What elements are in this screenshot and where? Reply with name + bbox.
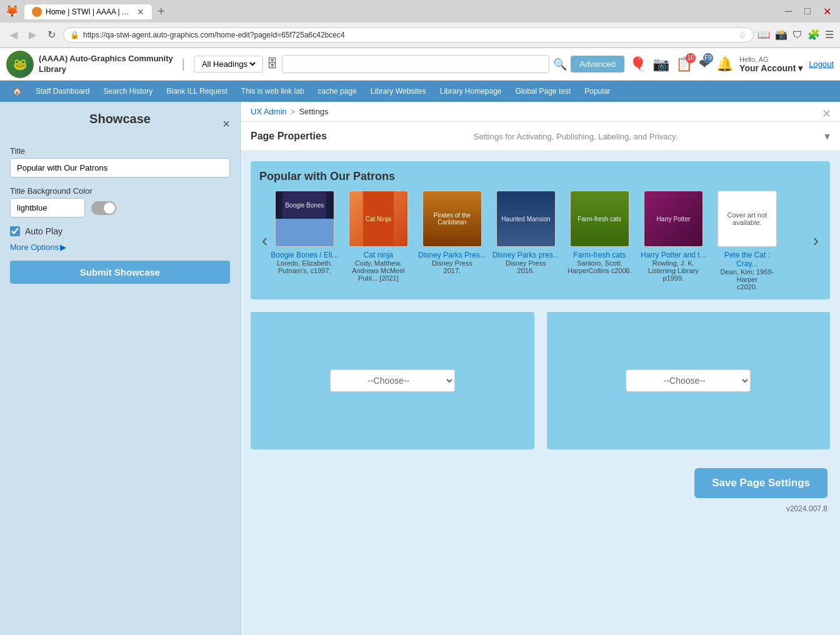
book-cover-1: Boogie Bones xyxy=(275,191,334,247)
color-input[interactable] xyxy=(10,198,85,218)
lock-icon: 🔒 xyxy=(70,31,79,39)
heading-select-wrap[interactable]: All Headings xyxy=(194,56,263,72)
book-item: Pirates of the Caribbean Disney Parks Pr… xyxy=(418,191,486,291)
maximize-button[interactable]: □ xyxy=(801,4,814,18)
page-props-subtitle: Settings for Activating, Publishing, Lab… xyxy=(474,132,678,141)
minimize-button[interactable]: ─ xyxy=(781,4,796,18)
book-author-5: Santoro, Scott. xyxy=(577,259,622,267)
forward-button[interactable]: ▶ xyxy=(25,28,40,42)
close-window-button[interactable]: ✕ xyxy=(819,4,835,19)
browser-chrome: 🦊 Home | STWI | AAAA | Auto-Gr... ✕ + ─ … xyxy=(0,0,840,48)
nav-library-websites[interactable]: Library Websites xyxy=(364,83,432,99)
color-toggle[interactable] xyxy=(91,201,116,215)
bell-icon[interactable]: 🔔 xyxy=(716,56,733,72)
shield-button[interactable]: 🛡 xyxy=(792,29,802,41)
page-properties-bar: Page Properties Settings for Activating,… xyxy=(241,122,840,151)
tab-close-button[interactable]: ✕ xyxy=(137,7,144,17)
book-author-2: Cody, Matthew. xyxy=(355,259,402,267)
page-props-title: Page Properties xyxy=(251,131,327,142)
nav-search-history[interactable]: Search History xyxy=(98,83,159,99)
nav-blank-ill[interactable]: Blank ILL Request xyxy=(160,83,234,99)
camera-icon[interactable]: 📷 xyxy=(652,56,669,72)
title-label: Title xyxy=(10,146,230,156)
app-title-line1: (AAAA) Auto-Graphics Community xyxy=(39,54,173,64)
carousel-next-button[interactable]: › xyxy=(811,231,821,251)
book-title-5[interactable]: Farm-fresh cats xyxy=(573,251,626,259)
logo-image: 🐸 xyxy=(8,52,32,77)
main-search-input[interactable] xyxy=(282,55,549,73)
book-title-4[interactable]: Disney Parks pres... xyxy=(492,251,559,259)
submit-showcase-button[interactable]: Submit Showcase xyxy=(10,261,230,284)
book-pub-4: 2016. xyxy=(518,267,535,274)
showcase-header: Popular with Our Patrons xyxy=(259,170,821,183)
balloon-icon[interactable]: 🎈 xyxy=(629,56,646,72)
choose-select-2[interactable]: --Choose-- xyxy=(626,369,751,392)
nav-cache-page[interactable]: cache page xyxy=(312,83,363,99)
book-title-3[interactable]: Disney Parks Pres... xyxy=(418,251,486,259)
notification-badge: 16 xyxy=(686,53,696,63)
logout-button[interactable]: Logout xyxy=(809,59,834,69)
book-cover-4: Haunted Mansion xyxy=(496,191,556,247)
book-cover-3: Pirates of the Caribbean xyxy=(422,191,482,247)
save-page-settings-button[interactable]: Save Page Settings xyxy=(694,468,828,498)
book-cover-2: Cat Ninja xyxy=(349,191,408,247)
back-button[interactable]: ◀ xyxy=(6,28,21,42)
content-close-button[interactable]: ✕ xyxy=(822,107,831,121)
book-author-7: Dean, Kim; 1969- Harper xyxy=(712,268,781,283)
book-title-6[interactable]: Harry Potter and t... xyxy=(641,251,706,259)
color-toggle-knob xyxy=(104,202,115,214)
book-title-1[interactable]: Boogie Bones / Eli... xyxy=(271,251,338,259)
page-props-expand-button[interactable]: ▾ xyxy=(824,129,830,143)
nav-web-link-lab[interactable]: This is web link lab xyxy=(235,83,311,99)
book-pub-7: c2020. xyxy=(737,283,758,291)
more-options-link[interactable]: More Options ▶ xyxy=(10,242,230,252)
home-icon: 🏠 xyxy=(12,87,22,96)
book-cover-6: Harry Potter xyxy=(644,191,703,247)
nav-library-homepage[interactable]: Library Homepage xyxy=(434,83,508,99)
book-title-7[interactable]: Pete the Cat : Cray... xyxy=(712,251,781,268)
bookmark-icon[interactable]: ☆ xyxy=(739,30,747,40)
extensions-button[interactable]: 🧩 xyxy=(808,29,820,41)
book-item: Farm-fresh cats Farm-fresh cats Santoro,… xyxy=(565,191,634,291)
reload-button[interactable]: ↻ xyxy=(44,28,59,42)
account-name[interactable]: Your Account ▾ xyxy=(739,63,802,73)
content-area: UX Admin > Settings ✕ Page Properties Se… xyxy=(241,102,840,635)
nav-global-page-test[interactable]: Global Page test xyxy=(509,83,578,99)
address-bar[interactable] xyxy=(83,31,735,39)
nav-popular[interactable]: Popular xyxy=(578,83,616,99)
book-cover-5: Farm-fresh cats xyxy=(570,191,629,247)
title-input[interactable] xyxy=(10,158,230,178)
sidebar-close-button[interactable]: × xyxy=(222,117,230,131)
color-row xyxy=(10,198,230,218)
book-author-6: Rowling, J. K. xyxy=(652,259,694,267)
menu-button[interactable]: ☰ xyxy=(825,29,834,41)
main-layout: Showcase × Title Title Background Color … xyxy=(0,102,840,635)
reader-mode-button[interactable]: 📖 xyxy=(758,29,770,41)
nav-staff-dashboard[interactable]: Staff Dashboard xyxy=(29,83,96,99)
carousel-prev-button[interactable]: ‹ xyxy=(259,231,270,251)
book-item: Cat Ninja Cat ninja Cody, Matthew. Andre… xyxy=(344,191,412,291)
breadcrumb-separator: > xyxy=(291,107,296,116)
autoplay-row: Auto Play xyxy=(10,226,230,236)
breadcrumb-parent[interactable]: UX Admin xyxy=(251,107,287,116)
book-pub-5: HarperCollins c2006. xyxy=(568,267,632,274)
list-icon-wrap: 📋 16 xyxy=(676,56,692,72)
new-tab-button[interactable]: + xyxy=(158,4,165,19)
book-author-3: Disney Press xyxy=(432,259,472,267)
heading-select[interactable]: All Headings xyxy=(199,59,258,69)
book-title-2[interactable]: Cat ninja xyxy=(364,251,393,259)
app-title: (AAAA) Auto-Graphics Community Library xyxy=(39,54,173,75)
choose-select-1[interactable]: --Choose-- xyxy=(330,369,455,392)
autoplay-checkbox[interactable] xyxy=(10,226,20,236)
screenshot-button[interactable]: 📸 xyxy=(775,29,788,41)
search-button[interactable]: 🔍 xyxy=(553,58,567,71)
book-pub-3: 2017. xyxy=(444,267,461,274)
choose-box-1: --Choose-- xyxy=(251,312,534,449)
choose-row: --Choose-- --Choose-- xyxy=(251,312,830,449)
header-divider: | xyxy=(182,57,185,71)
advanced-button[interactable]: Advanced xyxy=(571,56,624,72)
browser-tab[interactable]: Home | STWI | AAAA | Auto-Gr... ✕ xyxy=(24,4,152,19)
book-pub-6: Listening Library p1999. xyxy=(639,267,708,282)
color-section: Title Background Color xyxy=(10,186,230,218)
nav-home[interactable]: 🏠 xyxy=(6,83,28,99)
